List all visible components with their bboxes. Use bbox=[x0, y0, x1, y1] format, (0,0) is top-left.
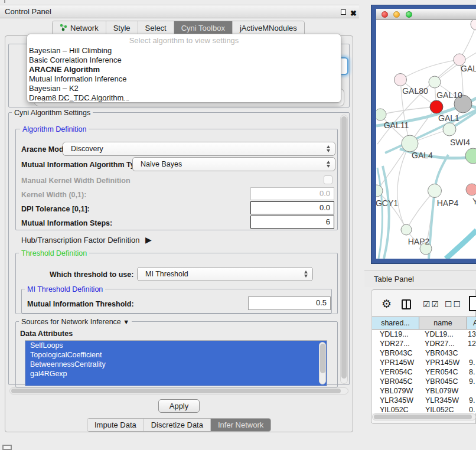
zoom-traffic-light[interactable] bbox=[406, 11, 412, 18]
settings-gear-icon[interactable]: ⚙ bbox=[382, 297, 392, 311]
mi-type-select[interactable]: Naive Bayes bbox=[132, 157, 335, 171]
tab[interactable]: Discretize Data bbox=[144, 419, 211, 431]
minimize-traffic-light[interactable] bbox=[393, 11, 400, 18]
data-attributes-label: Data Attributes bbox=[20, 330, 73, 338]
cell-shared-name: YBR043C bbox=[372, 348, 419, 358]
which-threshold-label: Which threshold to use: bbox=[50, 270, 133, 279]
cell-shared-name: YBR045C bbox=[372, 377, 419, 386]
cell-value: 0. bbox=[467, 405, 475, 413]
attribute-item[interactable]: gal4RGexp bbox=[25, 369, 327, 379]
float-window-icon[interactable] bbox=[341, 9, 346, 15]
tab[interactable]: jActiveMNodules bbox=[233, 21, 304, 35]
tab-label: Cyni Toolbox bbox=[181, 24, 225, 32]
tab[interactable]: Cyni Toolbox bbox=[174, 21, 233, 35]
close-icon[interactable]: ✖ bbox=[350, 7, 357, 20]
node-label-gal11: GAL11 bbox=[384, 120, 409, 130]
dock-handle-icon[interactable] bbox=[2, 445, 12, 450]
node-label-swi4: SWI4 bbox=[450, 138, 470, 147]
table-horizontal-scrollbar[interactable] bbox=[372, 413, 476, 420]
close-traffic-light[interactable] bbox=[382, 11, 388, 18]
table-row[interactable]: YER054C YER054C 8. bbox=[372, 367, 476, 377]
table-row[interactable]: YBL079W YBL079W bbox=[372, 386, 476, 396]
settings-vertical-scrollbar[interactable] bbox=[340, 115, 348, 384]
apply-button[interactable]: Apply bbox=[158, 399, 200, 413]
cell-shared-name: YIL052C bbox=[372, 405, 419, 413]
cell-name: YIL052C bbox=[419, 405, 467, 413]
mi-threshold-label: Mutual Information Threshold: bbox=[27, 300, 134, 308]
table-row[interactable]: YDL19... YDL19... 13 bbox=[372, 330, 476, 339]
dropdown-item[interactable]: ARACNE Algorithm bbox=[27, 65, 341, 74]
network-canvas[interactable]: GAL GAL80 GAL10 GAL1 GAL11 SWI4 GAL4 GCY… bbox=[376, 20, 476, 259]
tab[interactable]: Impute Data bbox=[87, 419, 144, 431]
dropdown-item[interactable]: Bayesian – K2 bbox=[27, 84, 341, 93]
node-gal4[interactable] bbox=[402, 135, 418, 152]
node-pink[interactable] bbox=[395, 74, 407, 86]
dropdown-item-label: Mutual Information Inference bbox=[29, 74, 126, 83]
tab[interactable]: Network bbox=[53, 21, 106, 35]
node-red-gal1[interactable] bbox=[430, 100, 443, 113]
attributes-scrollbar[interactable] bbox=[319, 342, 326, 384]
tab[interactable]: Infer Network bbox=[211, 419, 270, 431]
dropdown-item[interactable]: Basic Correlation Inference bbox=[27, 56, 341, 65]
attribute-label: SelfLoops bbox=[30, 341, 63, 350]
cell-shared-name: YDR27... bbox=[372, 339, 419, 348]
cell-name: YBL079W bbox=[419, 386, 467, 396]
settings-horizontal-scrollbar[interactable] bbox=[9, 387, 348, 394]
node-top-right[interactable] bbox=[471, 20, 476, 30]
tab[interactable]: Style bbox=[106, 21, 138, 35]
tab-label: Style bbox=[113, 24, 131, 32]
node-gal11[interactable] bbox=[376, 109, 386, 120]
aracne-mode-select[interactable]: Discovery bbox=[63, 142, 335, 156]
node-gal10[interactable] bbox=[429, 76, 441, 88]
select-all-icon[interactable]: ☑☑ bbox=[423, 299, 440, 309]
attribute-item[interactable]: SelfLoops bbox=[25, 341, 327, 350]
kernel-width-label: Kernel Width (0,1): bbox=[21, 191, 86, 199]
column-header-clipped[interactable]: A bbox=[467, 317, 476, 330]
hub-definition-toggle[interactable]: Hub/Transcription Factor Definition ▶ bbox=[21, 235, 152, 244]
mi-threshold-field[interactable]: 0.5 bbox=[248, 296, 331, 310]
table-row[interactable]: YIL052C YIL052C 0. bbox=[372, 405, 476, 413]
dropdown-item[interactable]: Bayesian – Hill Climbing bbox=[27, 46, 341, 56]
tab[interactable]: Select bbox=[138, 21, 174, 35]
node-label-gal4: GAL4 bbox=[412, 151, 433, 160]
attribute-label: BetweennessCentrality bbox=[30, 360, 106, 369]
cell-shared-name: YER054C bbox=[372, 367, 419, 377]
table-row[interactable]: YBR043C YBR043C bbox=[372, 348, 476, 358]
sources-title[interactable]: Sources for Network Inference ▼ bbox=[19, 318, 132, 326]
attribute-label: TopologicalCoefficient bbox=[30, 351, 102, 359]
data-attributes-list: SelfLoops TopologicalCoefficient Between… bbox=[25, 340, 327, 386]
which-threshold-select[interactable]: MI Threshold bbox=[137, 267, 313, 281]
column-header-name[interactable]: name bbox=[419, 317, 467, 330]
table-row[interactable]: YDR27... YDR27... 12 bbox=[372, 339, 476, 348]
cell-value: 9. bbox=[467, 396, 475, 405]
node-swi4[interactable] bbox=[443, 123, 456, 136]
cell-name: YBR043C bbox=[419, 348, 467, 358]
column-header-shared-name[interactable]: shared... bbox=[372, 317, 419, 330]
deselect-all-icon[interactable]: ☐☐ bbox=[445, 299, 462, 309]
tab-label: jActiveMNodules bbox=[240, 24, 297, 32]
expand-arrow-icon: ▶ bbox=[145, 235, 152, 244]
node-green-right[interactable] bbox=[465, 148, 476, 164]
dpi-tolerance-field[interactable]: 0.0 bbox=[250, 201, 334, 214]
table-row[interactable]: YLR345W YLR345W 9. bbox=[372, 396, 476, 405]
column-layout-icon[interactable] bbox=[402, 299, 411, 309]
attribute-item[interactable]: TopologicalCoefficient bbox=[25, 350, 327, 360]
manual-kernel-label: Manual Kernel Width Definition bbox=[21, 177, 131, 185]
import-table-icon[interactable] bbox=[469, 296, 476, 311]
node-hap4[interactable] bbox=[428, 184, 442, 198]
attribute-item[interactable]: BetweennessCentrality bbox=[25, 360, 327, 369]
node-label-gcy1: GCY1 bbox=[376, 198, 398, 208]
mi-type-value: Naive Bayes bbox=[141, 160, 182, 168]
node-hap2[interactable] bbox=[401, 224, 412, 235]
table-row[interactable]: YPR145W YPR145W 9. bbox=[372, 358, 476, 367]
node-salmon[interactable] bbox=[466, 184, 476, 195]
control-panel-title: Control Panel bbox=[5, 7, 51, 16]
manual-kernel-checkbox[interactable] bbox=[324, 175, 332, 184]
attribute-item-partial[interactable] bbox=[25, 379, 327, 386]
mi-steps-field[interactable]: 6 bbox=[250, 216, 334, 229]
node-table[interactable]: YDL19... YDL19... 13 YDR27... YDR27... 1… bbox=[372, 330, 476, 413]
dropdown-item[interactable]: Mutual Information Inference bbox=[27, 74, 341, 84]
kernel-width-field[interactable]: 0.0 bbox=[250, 187, 334, 200]
dropdown-item-label: Bayesian – K2 bbox=[29, 84, 79, 93]
table-row[interactable]: YBR045C YBR045C 9. bbox=[372, 377, 476, 386]
